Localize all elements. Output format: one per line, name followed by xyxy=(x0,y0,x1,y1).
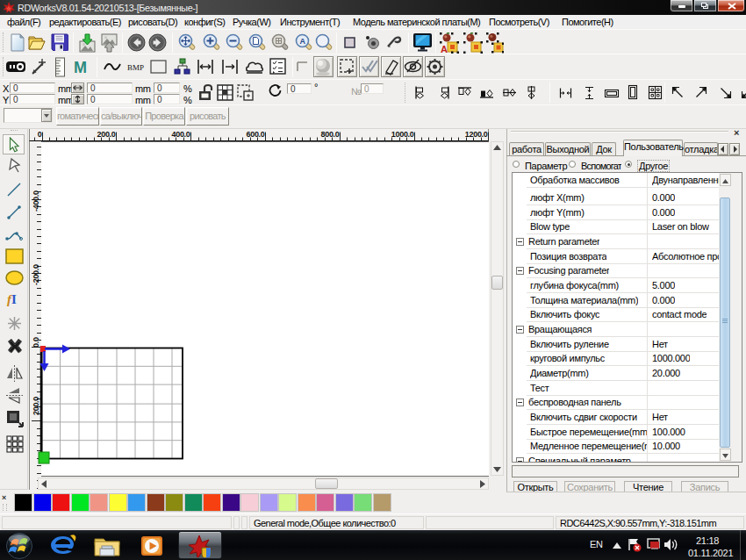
svg-text:0: 0 xyxy=(38,130,42,139)
svg-text:200.0: 200.0 xyxy=(97,130,115,139)
svg-text:400.0: 400.0 xyxy=(171,130,190,139)
svg-text:600.0: 600.0 xyxy=(246,130,264,139)
svg-text:-200.0: -200.0 xyxy=(32,264,40,285)
svg-text:1200.0: 1200.0 xyxy=(465,130,488,139)
svg-text:0.0: 0.0 xyxy=(32,337,40,348)
svg-text:200.0: 200.0 xyxy=(32,397,40,415)
svg-text:800.0: 800.0 xyxy=(320,130,339,139)
svg-text:1000.0: 1000.0 xyxy=(391,130,414,139)
svg-text:A: A xyxy=(299,37,305,46)
svg-text:-400.0: -400.0 xyxy=(32,190,40,212)
svg-text:A: A xyxy=(441,44,448,54)
